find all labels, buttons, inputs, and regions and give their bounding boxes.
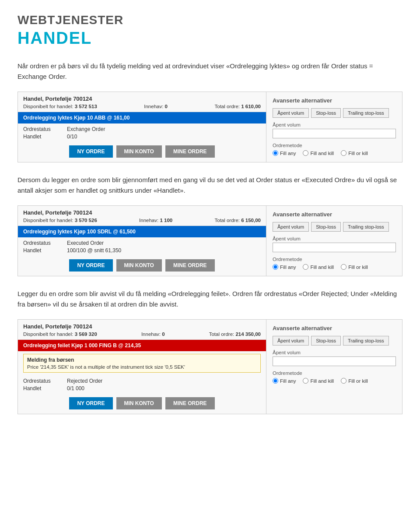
screenshot-1: Handel, Portefølje 700124 Disponibelt fo… [18, 92, 402, 162]
aapent-volum-input-3[interactable] [273, 356, 396, 366]
aapent-volum-input-2[interactable] [273, 243, 396, 252]
header-row-2: Disponibelt for handel: 3 570 526 Inneha… [23, 218, 261, 223]
radio-fill-and-kill-3[interactable]: Fill and kill [303, 378, 334, 384]
panel-tabs-2: Åpent volum Stop-loss Trailing stop-loss [273, 222, 396, 232]
tab-stop-loss-3[interactable]: Stop-loss [311, 336, 341, 346]
tab-trailing-1[interactable]: Trailing stop-loss [343, 108, 389, 118]
screenshot-2: Handel, Portefølje 700124 Disponibelt fo… [18, 205, 402, 276]
notification-3: Ordrelegging feilet Kjøp 1 000 FING B @ … [18, 340, 266, 351]
tab-aapent-volum-3[interactable]: Åpent volum [273, 336, 309, 346]
radio-fill-or-kill-2[interactable]: Fill or kill [341, 264, 368, 270]
detail-row-2-1: Handlet 100/100 @ snitt 61,350 [23, 247, 261, 254]
aapent-volum-label-2: Åpent volum [273, 236, 396, 241]
ny-ordre-btn-3[interactable]: NY ORDRE [69, 397, 112, 409]
radio-fill-any-2[interactable]: Fill any [273, 264, 296, 270]
screenshot-1-left: Handel, Portefølje 700124 Disponibelt fo… [18, 92, 266, 162]
radio-group-1: Fill any Fill and kill Fill or kill [273, 150, 396, 156]
detail-row-1-0: Ordrestatus Exchange Order [23, 126, 261, 132]
error-box-title-3: Melding fra børsen [27, 357, 257, 363]
notification-1: Ordrelegging lyktes Kjøp 10 ABB @ 161,00 [18, 112, 266, 123]
tab-stop-loss-1[interactable]: Stop-loss [311, 108, 341, 118]
buttons-2: NY ORDRE MIN KONTO MINE ORDRE [18, 255, 266, 276]
error-box-message-3: Price '214,35 SEK' is not a multiple of … [27, 364, 257, 370]
intro-text: Når ordren er på børs vil du få tydelig … [18, 61, 402, 82]
ordremetode-label-2: Ordremetode [273, 257, 396, 262]
mine-ordre-btn-1[interactable]: MINE ORDRE [165, 145, 215, 158]
total-label-3: Total ordre: 214 350,00 [209, 332, 261, 337]
panel-title-2: Avanserte alternativer [273, 211, 396, 218]
radio-group-3: Fill any Fill and kill Fill or kill [273, 378, 396, 384]
total-label-2: Total ordre: 6 150,00 [214, 218, 261, 223]
radio-fill-any-3[interactable]: Fill any [273, 378, 296, 384]
details-1: Ordrestatus Exchange Order Handlet 0/10 [18, 123, 266, 140]
panel-title-3: Avanserte alternativer [273, 325, 396, 332]
radio-fill-or-kill-1[interactable]: Fill or kill [341, 150, 368, 156]
radio-fill-any-1[interactable]: Fill any [273, 150, 296, 156]
mine-ordre-btn-2[interactable]: MINE ORDRE [165, 259, 215, 272]
details-2: Ordrestatus Executed Order Handlet 100/1… [18, 237, 266, 254]
innehav-label-3: Innehav: 0 [141, 332, 165, 337]
screenshot-3: Handel, Portefølje 700124 Disponibelt fo… [18, 319, 402, 414]
buttons-3: NY ORDRE MIN KONTO MINE ORDRE [18, 393, 266, 414]
disponibelt-label-3: Disponibelt for handel: 3 569 320 [23, 332, 97, 337]
section2-text: Dersom du legger en ordre som blir gjenn… [18, 175, 402, 196]
screenshot-2-right: Avanserte alternativer Åpent volum Stop-… [266, 206, 402, 276]
innehav-label-2: Innehav: 1 100 [139, 218, 172, 223]
detail-row-3-1: Handlet 0/1 000 [23, 385, 261, 391]
detail-row-2-0: Ordrestatus Executed Order [23, 240, 261, 246]
detail-row-1-1: Handlet 0/10 [23, 134, 261, 140]
page-title: HANDEL [18, 29, 402, 48]
ui-header-2: Handel, Portefølje 700124 Disponibelt fo… [18, 206, 266, 226]
header-title-1: Handel, Portefølje 700124 [23, 95, 261, 102]
detail-row-3-0: Ordrestatus Rejected Order [23, 378, 261, 384]
panel-tabs-1: Åpent volum Stop-loss Trailing stop-loss [273, 108, 396, 118]
mine-ordre-btn-3[interactable]: MINE ORDRE [165, 397, 215, 409]
radio-fill-or-kill-3[interactable]: Fill or kill [341, 378, 368, 384]
screenshot-3-left: Handel, Portefølje 700124 Disponibelt fo… [18, 320, 266, 414]
min-konto-btn-2[interactable]: MIN KONTO [116, 259, 162, 272]
tab-trailing-2[interactable]: Trailing stop-loss [343, 222, 389, 232]
section3-text: Legger du en ordre som blir avvist vil d… [18, 289, 402, 310]
disponibelt-label-1: Disponibelt for handel: 3 572 513 [23, 104, 97, 109]
ordremetode-label-3: Ordremetode [273, 370, 396, 376]
header-title-2: Handel, Portefølje 700124 [23, 209, 261, 216]
screenshot-1-right: Avanserte alternativer Åpent volum Stop-… [266, 92, 402, 162]
error-box-3: Melding fra børsen Price '214,35 SEK' is… [23, 354, 261, 373]
tab-trailing-3[interactable]: Trailing stop-loss [343, 336, 389, 346]
panel-tabs-3: Åpent volum Stop-loss Trailing stop-loss [273, 336, 396, 346]
site-label: WEBTJENESTER [18, 13, 402, 27]
header-title-3: Handel, Portefølje 700124 [23, 323, 261, 330]
total-label-1: Total ordre: 1 610,00 [214, 104, 261, 109]
radio-fill-and-kill-2[interactable]: Fill and kill [303, 264, 334, 270]
ui-header-3: Handel, Portefølje 700124 Disponibelt fo… [18, 320, 266, 340]
details-3: Ordrestatus Rejected Order Handlet 0/1 0… [18, 375, 266, 391]
disponibelt-label-2: Disponibelt for handel: 3 570 526 [23, 218, 97, 223]
ordremetode-label-1: Ordremetode [273, 143, 396, 148]
aapent-volum-label-1: Åpent volum [273, 122, 396, 127]
notification-2: Ordrelegging lyktes Kjøp 100 SDRL @ 61,5… [18, 226, 266, 237]
ny-ordre-btn-2[interactable]: NY ORDRE [69, 259, 112, 272]
panel-title-1: Avanserte alternativer [273, 97, 396, 104]
radio-group-2: Fill any Fill and kill Fill or kill [273, 264, 396, 270]
aapent-volum-input-1[interactable] [273, 129, 396, 138]
header-row-1: Disponibelt for handel: 3 572 513 Inneha… [23, 104, 261, 109]
tab-aapent-volum-1[interactable]: Åpent volum [273, 108, 309, 118]
innehav-label-1: Innehav: 0 [144, 104, 168, 109]
ny-ordre-btn-1[interactable]: NY ORDRE [69, 145, 112, 158]
buttons-1: NY ORDRE MIN KONTO MINE ORDRE [18, 141, 266, 162]
ui-header-1: Handel, Portefølje 700124 Disponibelt fo… [18, 92, 266, 112]
screenshot-2-left: Handel, Portefølje 700124 Disponibelt fo… [18, 206, 266, 276]
header-row-3: Disponibelt for handel: 3 569 320 Inneha… [23, 332, 261, 337]
tab-stop-loss-2[interactable]: Stop-loss [311, 222, 341, 232]
min-konto-btn-1[interactable]: MIN KONTO [116, 145, 162, 158]
aapent-volum-label-3: Åpent volum [273, 350, 396, 355]
radio-fill-and-kill-1[interactable]: Fill and kill [303, 150, 334, 156]
screenshot-3-right: Avanserte alternativer Åpent volum Stop-… [266, 320, 402, 414]
tab-aapent-volum-2[interactable]: Åpent volum [273, 222, 309, 232]
min-konto-btn-3[interactable]: MIN KONTO [116, 397, 162, 409]
